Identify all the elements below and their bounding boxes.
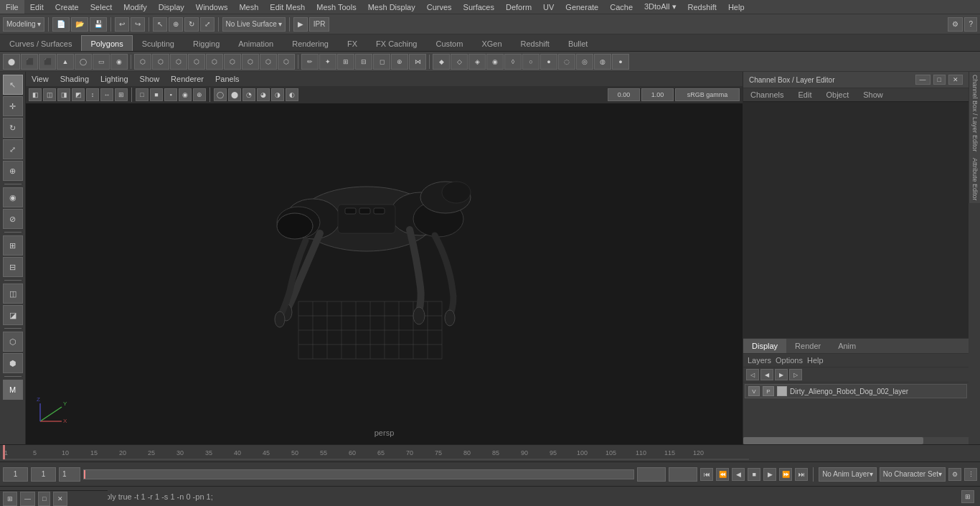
isolate-btn[interactable]: ◪	[3, 305, 23, 325]
sculpt-icon9[interactable]: ◎	[576, 54, 593, 70]
menu-generate[interactable]: Generate	[560, 0, 604, 14]
mesh-icon4[interactable]: ⬡	[188, 54, 205, 70]
window-minimize-btn[interactable]: —	[20, 492, 35, 506]
play-back-btn[interactable]: ◀	[732, 468, 745, 481]
menu-surfaces[interactable]: Surfaces	[458, 0, 500, 14]
layers-menu-help[interactable]: Help	[807, 356, 824, 365]
loop-icon-btn[interactable]: ⊕	[391, 54, 408, 70]
cb-tab-edit[interactable]: Edit	[791, 88, 819, 101]
sculpt-icon6[interactable]: ○	[522, 54, 540, 70]
tab-redshift[interactable]: Redshift	[512, 35, 559, 51]
cb-tab-channels[interactable]: Channels	[743, 88, 791, 101]
step-fwd-btn[interactable]: ⏩	[779, 468, 792, 481]
anim-end-input[interactable]: 200	[669, 467, 697, 482]
tab-curves-surfaces[interactable]: Curves / Surfaces	[0, 35, 81, 51]
vp-menu-shading[interactable]: Shading	[55, 72, 95, 86]
mesh-icon6[interactable]: ⬡	[224, 54, 241, 70]
cam-icon4[interactable]: ◩	[72, 88, 85, 101]
tab-custom[interactable]: Custom	[427, 35, 473, 51]
sculpt-icon3[interactable]: ◈	[468, 54, 486, 70]
vp-menu-show[interactable]: Show	[134, 72, 166, 86]
menu-select[interactable]: Select	[85, 0, 118, 14]
vp-display-btn2[interactable]: ■	[150, 88, 163, 101]
display-tab-anim[interactable]: Anim	[829, 339, 864, 353]
menu-file[interactable]: File	[0, 0, 24, 14]
cam-film-btn[interactable]: ◫	[43, 88, 56, 101]
vp-shading-btn2[interactable]: ⬤	[228, 88, 241, 101]
vp-display-btn4[interactable]: ◉	[179, 88, 192, 101]
maya-logo-btn[interactable]: M	[3, 380, 23, 400]
plane-icon-btn[interactable]: ▭	[93, 54, 110, 70]
select-mode-btn[interactable]: ↖	[153, 17, 167, 32]
cone-icon-btn[interactable]: ▲	[57, 54, 74, 70]
vp-field2[interactable]: 1.00	[641, 88, 674, 101]
vp-display-btn3[interactable]: ▪	[164, 88, 177, 101]
menu-edit-mesh[interactable]: Edit Mesh	[264, 0, 311, 14]
tab-polygons[interactable]: Polygons	[81, 35, 132, 51]
menu-edit[interactable]: Edit	[24, 0, 50, 14]
menu-redshift[interactable]: Redshift	[682, 0, 722, 14]
tab-fx[interactable]: FX	[338, 35, 367, 51]
vp-menu-lighting[interactable]: Lighting	[95, 72, 134, 86]
menu-display[interactable]: Display	[153, 0, 190, 14]
layer-back-btn[interactable]: ◀	[760, 369, 773, 380]
snap-curve-btn[interactable]: ⊟	[3, 257, 23, 277]
menu-3dtall[interactable]: 3DtoAll ▾	[639, 0, 682, 14]
channel-box-sidebar-label[interactable]: Channel Box / Layer Editor	[969, 72, 980, 155]
scale-btn[interactable]: ⤢	[200, 17, 215, 32]
scale-tool-btn[interactable]: ⤢	[3, 139, 23, 159]
attr-editor-sidebar-label[interactable]: Attribute Editor	[969, 155, 980, 204]
cb-close-btn[interactable]: ✕	[948, 75, 963, 85]
ipr-btn[interactable]: IPR	[309, 17, 330, 32]
layers-menu-options[interactable]: Options	[776, 356, 803, 365]
menu-help[interactable]: Help	[722, 0, 750, 14]
display-layer-btn[interactable]: ◫	[3, 284, 23, 304]
play-fwd-btn[interactable]: ▶	[763, 468, 776, 481]
workspace-dropdown[interactable]: Modeling ▾	[3, 17, 44, 32]
timeline-slider-thumb[interactable]	[84, 470, 85, 479]
vp-display-btn5[interactable]: ⊕	[193, 88, 206, 101]
vp-menu-renderer[interactable]: Renderer	[165, 72, 209, 86]
frame-start-input[interactable]	[3, 467, 28, 482]
cam-pivot-btn[interactable]: ◨	[57, 88, 70, 101]
pencil-icon-btn[interactable]: ✏	[301, 54, 319, 70]
timeline-slider[interactable]	[83, 469, 634, 479]
anim-settings-btn[interactable]: ⚙	[948, 468, 961, 481]
transform-btn[interactable]: ⊕	[169, 17, 183, 32]
new-file-btn[interactable]: 📄	[52, 17, 70, 32]
vp-display-btn1[interactable]: □	[136, 88, 149, 101]
menu-cache[interactable]: Cache	[604, 0, 639, 14]
menu-curves[interactable]: Curves	[421, 0, 458, 14]
layer-row[interactable]: V P Dirty_Aliengo_Robot_Dog_002_layer	[745, 384, 967, 398]
layers-menu-layers[interactable]: Layers	[748, 356, 771, 365]
tab-animation[interactable]: Animation	[229, 35, 283, 51]
layers-scrollbar[interactable]	[743, 437, 969, 444]
menu-mesh[interactable]: Mesh	[233, 0, 264, 14]
layer-v-toggle[interactable]: V	[748, 386, 760, 396]
settings-btn[interactable]: ⚙	[948, 17, 963, 32]
menu-deform[interactable]: Deform	[500, 0, 537, 14]
menu-mesh-tools[interactable]: Mesh Tools	[311, 0, 362, 14]
soft-select-btn[interactable]: ◉	[3, 187, 23, 207]
mesh-icon3[interactable]: ⬡	[170, 54, 187, 70]
cam-icon5[interactable]: ↕	[86, 88, 99, 101]
mesh-icon9[interactable]: ⬡	[278, 54, 295, 70]
layers-scrollbar-thumb[interactable]	[743, 437, 923, 444]
sculpt-icon4[interactable]: ◉	[486, 54, 504, 70]
tab-fx-caching[interactable]: FX Caching	[367, 35, 426, 51]
rotate-tool-btn[interactable]: ↻	[3, 118, 23, 138]
rotate-btn[interactable]: ↻	[184, 17, 199, 32]
vp-shading-btn6[interactable]: ◐	[286, 88, 298, 101]
snap-icon-btn[interactable]: ✦	[319, 54, 336, 70]
mesh-icon5[interactable]: ⬡	[206, 54, 223, 70]
viewport[interactable]: View Shading Lighting Show Renderer Pane…	[26, 72, 743, 444]
bevel-icon-btn[interactable]: ◻	[373, 54, 390, 70]
question-btn[interactable]: ?	[964, 17, 977, 32]
no-char-set-dropdown[interactable]: No Character Set ▾	[880, 467, 946, 482]
tab-xgen[interactable]: XGen	[472, 35, 511, 51]
sculpt-icon5[interactable]: ◊	[504, 54, 522, 70]
sculpt-icon1[interactable]: ◆	[433, 54, 450, 70]
cb-expand-btn[interactable]: □	[933, 75, 946, 85]
component-mode-btn[interactable]: ⬢	[3, 353, 23, 373]
layer-new-btn[interactable]: ◁	[746, 369, 759, 380]
